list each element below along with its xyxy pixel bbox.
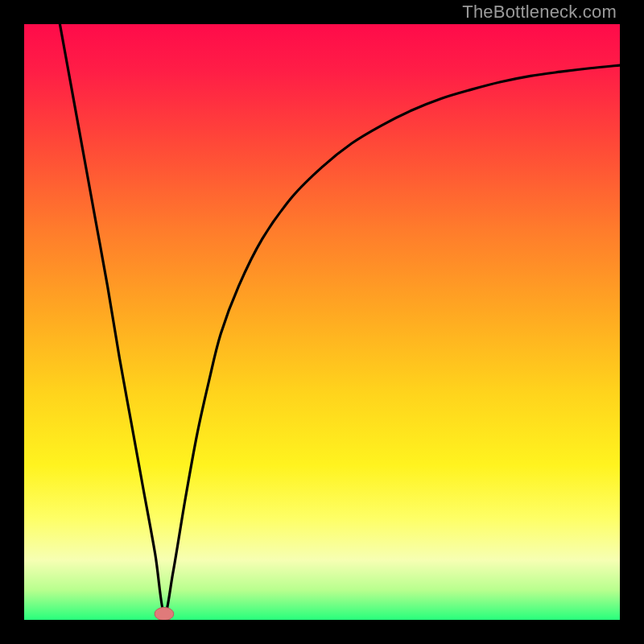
- watermark-text: TheBottleneck.com: [462, 2, 617, 23]
- chart-frame: TheBottleneck.com: [0, 0, 644, 644]
- chart-svg: [24, 24, 620, 620]
- minimum-marker: [155, 607, 174, 620]
- plot-area: [24, 24, 620, 620]
- bottleneck-curve: [60, 24, 620, 614]
